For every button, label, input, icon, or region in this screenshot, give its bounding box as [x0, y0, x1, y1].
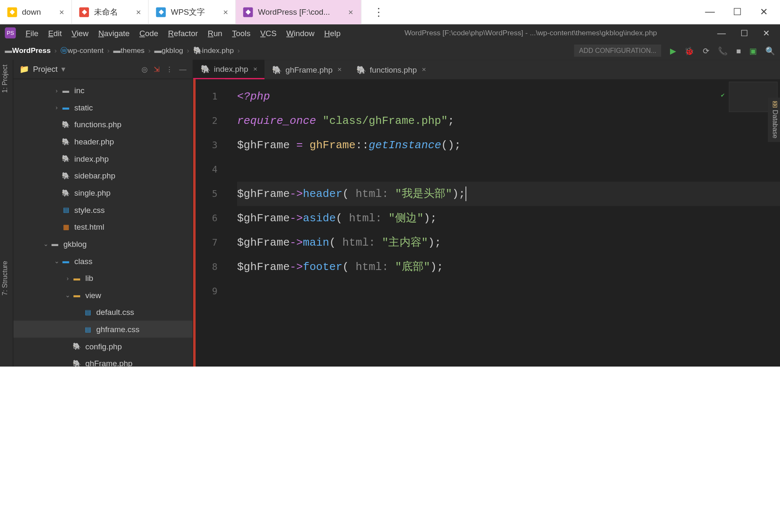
menu-item[interactable]: Code	[136, 26, 162, 40]
tree-node[interactable]: ⌄▬class	[13, 252, 193, 270]
os-maximize-icon[interactable]: ☐	[733, 6, 741, 18]
ide-minimize-icon[interactable]: —	[717, 28, 726, 38]
project-tree[interactable]: ›▬inc›▬static🐘functions.php🐘header.php🐘i…	[13, 79, 193, 367]
line-number[interactable]: 2	[196, 108, 217, 133]
tree-label: gkblog	[63, 239, 87, 249]
tree-arrow-icon[interactable]: ›	[52, 104, 61, 110]
menu-item[interactable]: View	[68, 26, 92, 40]
close-icon[interactable]: ×	[348, 7, 353, 17]
tree-node[interactable]: ›▬inc	[13, 82, 193, 99]
tree-node[interactable]: ⌄▬gkblog	[13, 235, 193, 252]
close-icon[interactable]: ×	[253, 65, 257, 73]
menu-item[interactable]: Run	[204, 26, 226, 40]
os-minimize-icon[interactable]: —	[705, 6, 715, 18]
crumb-label[interactable]: index.php	[202, 46, 234, 55]
tree-label: default.css	[96, 307, 134, 317]
tree-node[interactable]: 🐘sidebar.php	[13, 167, 193, 184]
os-more-icon[interactable]: ⋮	[373, 5, 384, 18]
tool-strip-item[interactable]: 1: Project	[0, 60, 13, 98]
database-tool[interactable]: 🗄 Database	[768, 97, 780, 142]
file-icon: 🐘	[61, 172, 71, 180]
code-token: $ghFrame	[237, 212, 290, 224]
app-icon: ◆	[79, 7, 89, 17]
menu-item[interactable]: Navigate	[94, 26, 133, 40]
tree-arrow-icon[interactable]: ⌄	[63, 292, 72, 299]
target-icon[interactable]: ◎	[141, 65, 148, 73]
tree-node[interactable]: ▦test.html	[13, 218, 193, 236]
code-area[interactable]: <?php require_once "class/ghFrame.php"; …	[225, 79, 780, 367]
line-number[interactable]: 4	[196, 157, 217, 182]
project-panel-header[interactable]: 📁 Project ▾ ◎ ⇲ ⋮ —	[13, 60, 193, 79]
menu-item[interactable]: Window	[283, 26, 318, 40]
editor-tab[interactable]: 🐘ghFrame.php×	[265, 60, 349, 79]
add-configuration-button[interactable]: ADD CONFIGURATION...	[574, 45, 661, 57]
crumb-label[interactable]: WordPress	[12, 46, 51, 55]
tree-node[interactable]: 🐘header.php	[13, 133, 193, 150]
tree-node[interactable]: 🐘index.php	[13, 150, 193, 167]
menu-item[interactable]: Edit	[44, 26, 65, 40]
editor-tab[interactable]: 🐘functions.php×	[349, 60, 433, 79]
tool-strip-item[interactable]: 7: Structure	[0, 256, 13, 300]
menu-item[interactable]: Tools	[228, 26, 254, 40]
os-tab[interactable]: ◆WordPress [F:\cod...×	[236, 0, 361, 24]
line-number[interactable]: 8	[196, 255, 217, 279]
menu-item[interactable]: Refactor	[165, 26, 202, 40]
stop-icon[interactable]: ■	[736, 46, 741, 55]
profile-icon[interactable]: 📞	[718, 46, 728, 55]
breadcrumb[interactable]: ▬ WordPress › ⓦ wp-content › ▬ themes › …	[5, 45, 243, 56]
tree-node[interactable]: 🐘ghFrame.php	[13, 355, 193, 367]
tree-node[interactable]: ⌄▬view	[13, 286, 193, 304]
line-number[interactable]: 6	[196, 206, 217, 231]
line-number[interactable]: 3	[196, 133, 217, 157]
run-icon[interactable]: ▶	[670, 46, 676, 55]
os-close-icon[interactable]: ✕	[760, 6, 768, 18]
tree-node[interactable]: ›▬static	[13, 99, 193, 116]
crumb-label[interactable]: wp-content	[68, 46, 103, 55]
tree-node[interactable]: 🐘functions.php	[13, 116, 193, 133]
crumb-label[interactable]: themes	[120, 46, 144, 55]
tree-arrow-icon[interactable]: ⌄	[52, 257, 61, 264]
ide-close-icon[interactable]: ✕	[763, 28, 770, 38]
close-icon[interactable]: ×	[338, 65, 342, 73]
line-number[interactable]: 7	[196, 231, 217, 255]
close-icon[interactable]: ×	[223, 7, 228, 17]
editor-tabs: 🐘index.php×🐘ghFrame.php×🐘functions.php×	[193, 60, 780, 79]
run-config-icon[interactable]: ▣	[749, 46, 756, 55]
os-tab[interactable]: ◆未命名×	[72, 0, 149, 24]
tree-arrow-icon[interactable]: ›	[52, 87, 61, 94]
tree-label: ghFrame.php	[85, 359, 132, 367]
tree-label: ghframe.css	[96, 325, 139, 334]
line-number[interactable]: 5	[196, 182, 217, 206]
check-icon: ✔	[721, 84, 725, 108]
os-tabbar: ◆down×◆未命名×◆WPS文字×◆WordPress [F:\cod...×…	[0, 0, 780, 24]
search-icon[interactable]: 🔍	[765, 46, 775, 55]
close-icon[interactable]: ×	[136, 7, 141, 17]
os-tab[interactable]: ◆WPS文字×	[149, 0, 236, 24]
close-icon[interactable]: ×	[59, 7, 64, 17]
tree-node[interactable]: 🐘config.php	[13, 338, 193, 355]
menu-item[interactable]: VCS	[257, 26, 280, 40]
debug-icon[interactable]: 🐞	[684, 46, 694, 55]
editor-tab[interactable]: 🐘index.php×	[193, 60, 264, 79]
os-tab[interactable]: ◆down×	[0, 0, 72, 24]
tree-arrow-icon[interactable]: ⌄	[42, 241, 50, 247]
line-number[interactable]: 1	[196, 84, 217, 108]
hide-icon[interactable]: —	[179, 65, 186, 73]
ide-maximize-icon[interactable]: ☐	[741, 28, 749, 38]
close-icon[interactable]: ×	[422, 65, 426, 73]
collapse-icon[interactable]: ⇲	[154, 65, 160, 73]
tree-label: lib	[85, 273, 93, 283]
coverage-icon[interactable]: ⟳	[703, 46, 709, 55]
tree-label: functions.php	[74, 120, 121, 129]
crumb-label[interactable]: gkblog	[162, 46, 183, 55]
menu-item[interactable]: Help	[321, 26, 344, 40]
more-icon[interactable]: ⋮	[166, 65, 173, 73]
tree-node[interactable]: ›▬lib	[13, 270, 193, 287]
line-number[interactable]: 9	[196, 279, 217, 304]
tree-node[interactable]: ▤ghframe.css	[13, 321, 193, 338]
tree-node[interactable]: 🐘single.php	[13, 184, 193, 201]
tree-node[interactable]: ▤default.css	[13, 304, 193, 321]
menu-item[interactable]: File	[22, 26, 42, 40]
tree-arrow-icon[interactable]: ›	[63, 275, 72, 281]
tree-node[interactable]: ▤style.css	[13, 201, 193, 218]
